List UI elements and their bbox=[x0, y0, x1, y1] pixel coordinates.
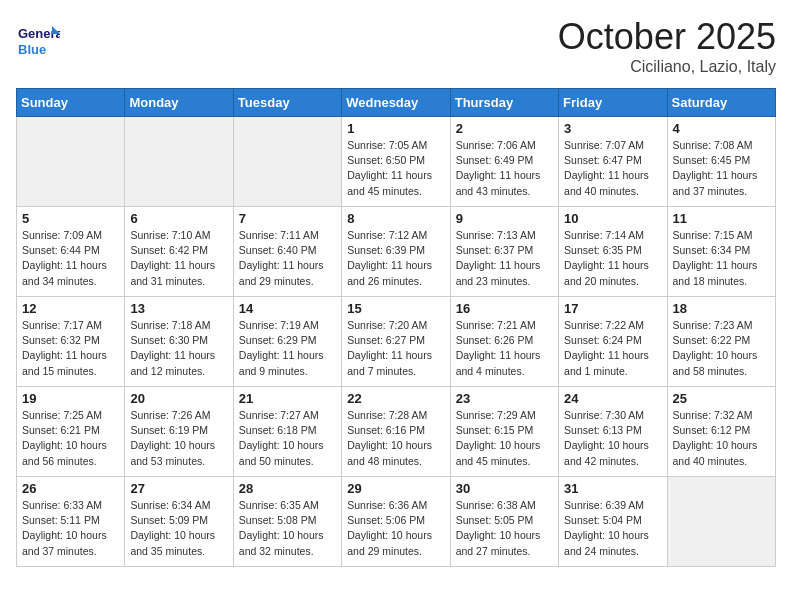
logo: General Blue bbox=[16, 16, 64, 60]
weekday-header: Tuesday bbox=[233, 89, 341, 117]
weekday-header: Sunday bbox=[17, 89, 125, 117]
day-info: Sunrise: 7:21 AMSunset: 6:26 PMDaylight:… bbox=[456, 318, 553, 379]
month-title: October 2025 bbox=[558, 16, 776, 58]
calendar-cell: 28Sunrise: 6:35 AMSunset: 5:08 PMDayligh… bbox=[233, 477, 341, 567]
day-info: Sunrise: 7:27 AMSunset: 6:18 PMDaylight:… bbox=[239, 408, 336, 469]
day-number: 11 bbox=[673, 211, 770, 226]
day-number: 7 bbox=[239, 211, 336, 226]
calendar-cell: 12Sunrise: 7:17 AMSunset: 6:32 PMDayligh… bbox=[17, 297, 125, 387]
day-number: 14 bbox=[239, 301, 336, 316]
day-info: Sunrise: 7:15 AMSunset: 6:34 PMDaylight:… bbox=[673, 228, 770, 289]
day-info: Sunrise: 7:30 AMSunset: 6:13 PMDaylight:… bbox=[564, 408, 661, 469]
day-info: Sunrise: 7:10 AMSunset: 6:42 PMDaylight:… bbox=[130, 228, 227, 289]
calendar-cell: 26Sunrise: 6:33 AMSunset: 5:11 PMDayligh… bbox=[17, 477, 125, 567]
day-info: Sunrise: 6:36 AMSunset: 5:06 PMDaylight:… bbox=[347, 498, 444, 559]
calendar-cell: 20Sunrise: 7:26 AMSunset: 6:19 PMDayligh… bbox=[125, 387, 233, 477]
day-number: 24 bbox=[564, 391, 661, 406]
day-number: 10 bbox=[564, 211, 661, 226]
page-header: General Blue October 2025 Ciciliano, Laz… bbox=[16, 16, 776, 76]
calendar-cell: 15Sunrise: 7:20 AMSunset: 6:27 PMDayligh… bbox=[342, 297, 450, 387]
day-number: 13 bbox=[130, 301, 227, 316]
svg-text:Blue: Blue bbox=[18, 42, 46, 57]
calendar-cell: 6Sunrise: 7:10 AMSunset: 6:42 PMDaylight… bbox=[125, 207, 233, 297]
day-number: 16 bbox=[456, 301, 553, 316]
calendar-cell: 21Sunrise: 7:27 AMSunset: 6:18 PMDayligh… bbox=[233, 387, 341, 477]
calendar-cell: 4Sunrise: 7:08 AMSunset: 6:45 PMDaylight… bbox=[667, 117, 775, 207]
day-info: Sunrise: 7:29 AMSunset: 6:15 PMDaylight:… bbox=[456, 408, 553, 469]
day-info: Sunrise: 7:06 AMSunset: 6:49 PMDaylight:… bbox=[456, 138, 553, 199]
calendar-cell: 16Sunrise: 7:21 AMSunset: 6:26 PMDayligh… bbox=[450, 297, 558, 387]
day-number: 20 bbox=[130, 391, 227, 406]
day-number: 3 bbox=[564, 121, 661, 136]
calendar-cell bbox=[125, 117, 233, 207]
calendar-cell bbox=[667, 477, 775, 567]
calendar-cell: 31Sunrise: 6:39 AMSunset: 5:04 PMDayligh… bbox=[559, 477, 667, 567]
day-info: Sunrise: 6:38 AMSunset: 5:05 PMDaylight:… bbox=[456, 498, 553, 559]
logo-icon: General Blue bbox=[16, 16, 60, 60]
day-number: 26 bbox=[22, 481, 119, 496]
day-info: Sunrise: 7:14 AMSunset: 6:35 PMDaylight:… bbox=[564, 228, 661, 289]
calendar-cell: 30Sunrise: 6:38 AMSunset: 5:05 PMDayligh… bbox=[450, 477, 558, 567]
day-info: Sunrise: 7:25 AMSunset: 6:21 PMDaylight:… bbox=[22, 408, 119, 469]
day-info: Sunrise: 7:26 AMSunset: 6:19 PMDaylight:… bbox=[130, 408, 227, 469]
day-info: Sunrise: 7:22 AMSunset: 6:24 PMDaylight:… bbox=[564, 318, 661, 379]
day-info: Sunrise: 6:39 AMSunset: 5:04 PMDaylight:… bbox=[564, 498, 661, 559]
day-number: 6 bbox=[130, 211, 227, 226]
calendar-cell: 24Sunrise: 7:30 AMSunset: 6:13 PMDayligh… bbox=[559, 387, 667, 477]
calendar-cell: 19Sunrise: 7:25 AMSunset: 6:21 PMDayligh… bbox=[17, 387, 125, 477]
day-info: Sunrise: 6:33 AMSunset: 5:11 PMDaylight:… bbox=[22, 498, 119, 559]
calendar-cell: 9Sunrise: 7:13 AMSunset: 6:37 PMDaylight… bbox=[450, 207, 558, 297]
day-info: Sunrise: 7:11 AMSunset: 6:40 PMDaylight:… bbox=[239, 228, 336, 289]
calendar-cell: 27Sunrise: 6:34 AMSunset: 5:09 PMDayligh… bbox=[125, 477, 233, 567]
week-row: 12Sunrise: 7:17 AMSunset: 6:32 PMDayligh… bbox=[17, 297, 776, 387]
day-number: 31 bbox=[564, 481, 661, 496]
day-number: 22 bbox=[347, 391, 444, 406]
day-info: Sunrise: 7:13 AMSunset: 6:37 PMDaylight:… bbox=[456, 228, 553, 289]
day-info: Sunrise: 6:34 AMSunset: 5:09 PMDaylight:… bbox=[130, 498, 227, 559]
week-row: 26Sunrise: 6:33 AMSunset: 5:11 PMDayligh… bbox=[17, 477, 776, 567]
day-number: 19 bbox=[22, 391, 119, 406]
calendar-table: SundayMondayTuesdayWednesdayThursdayFrid… bbox=[16, 88, 776, 567]
weekday-header: Thursday bbox=[450, 89, 558, 117]
calendar-cell: 18Sunrise: 7:23 AMSunset: 6:22 PMDayligh… bbox=[667, 297, 775, 387]
calendar-cell: 14Sunrise: 7:19 AMSunset: 6:29 PMDayligh… bbox=[233, 297, 341, 387]
calendar-cell bbox=[233, 117, 341, 207]
day-info: Sunrise: 7:19 AMSunset: 6:29 PMDaylight:… bbox=[239, 318, 336, 379]
weekday-header: Friday bbox=[559, 89, 667, 117]
calendar-cell: 17Sunrise: 7:22 AMSunset: 6:24 PMDayligh… bbox=[559, 297, 667, 387]
day-number: 17 bbox=[564, 301, 661, 316]
day-info: Sunrise: 7:18 AMSunset: 6:30 PMDaylight:… bbox=[130, 318, 227, 379]
weekday-header: Monday bbox=[125, 89, 233, 117]
day-info: Sunrise: 7:08 AMSunset: 6:45 PMDaylight:… bbox=[673, 138, 770, 199]
week-row: 5Sunrise: 7:09 AMSunset: 6:44 PMDaylight… bbox=[17, 207, 776, 297]
day-number: 15 bbox=[347, 301, 444, 316]
week-row: 19Sunrise: 7:25 AMSunset: 6:21 PMDayligh… bbox=[17, 387, 776, 477]
day-info: Sunrise: 7:12 AMSunset: 6:39 PMDaylight:… bbox=[347, 228, 444, 289]
location: Ciciliano, Lazio, Italy bbox=[558, 58, 776, 76]
calendar-cell: 5Sunrise: 7:09 AMSunset: 6:44 PMDaylight… bbox=[17, 207, 125, 297]
day-info: Sunrise: 7:23 AMSunset: 6:22 PMDaylight:… bbox=[673, 318, 770, 379]
week-row: 1Sunrise: 7:05 AMSunset: 6:50 PMDaylight… bbox=[17, 117, 776, 207]
weekday-header: Saturday bbox=[667, 89, 775, 117]
calendar-cell: 10Sunrise: 7:14 AMSunset: 6:35 PMDayligh… bbox=[559, 207, 667, 297]
day-info: Sunrise: 7:07 AMSunset: 6:47 PMDaylight:… bbox=[564, 138, 661, 199]
calendar-cell: 29Sunrise: 6:36 AMSunset: 5:06 PMDayligh… bbox=[342, 477, 450, 567]
day-info: Sunrise: 7:05 AMSunset: 6:50 PMDaylight:… bbox=[347, 138, 444, 199]
day-number: 30 bbox=[456, 481, 553, 496]
calendar-cell: 2Sunrise: 7:06 AMSunset: 6:49 PMDaylight… bbox=[450, 117, 558, 207]
day-number: 12 bbox=[22, 301, 119, 316]
calendar-cell: 11Sunrise: 7:15 AMSunset: 6:34 PMDayligh… bbox=[667, 207, 775, 297]
day-number: 29 bbox=[347, 481, 444, 496]
day-number: 21 bbox=[239, 391, 336, 406]
calendar-cell: 25Sunrise: 7:32 AMSunset: 6:12 PMDayligh… bbox=[667, 387, 775, 477]
calendar-cell: 7Sunrise: 7:11 AMSunset: 6:40 PMDaylight… bbox=[233, 207, 341, 297]
calendar-cell: 1Sunrise: 7:05 AMSunset: 6:50 PMDaylight… bbox=[342, 117, 450, 207]
calendar-cell: 22Sunrise: 7:28 AMSunset: 6:16 PMDayligh… bbox=[342, 387, 450, 477]
calendar-cell: 13Sunrise: 7:18 AMSunset: 6:30 PMDayligh… bbox=[125, 297, 233, 387]
calendar-cell bbox=[17, 117, 125, 207]
day-number: 4 bbox=[673, 121, 770, 136]
day-number: 23 bbox=[456, 391, 553, 406]
weekday-header-row: SundayMondayTuesdayWednesdayThursdayFrid… bbox=[17, 89, 776, 117]
day-number: 1 bbox=[347, 121, 444, 136]
day-number: 8 bbox=[347, 211, 444, 226]
